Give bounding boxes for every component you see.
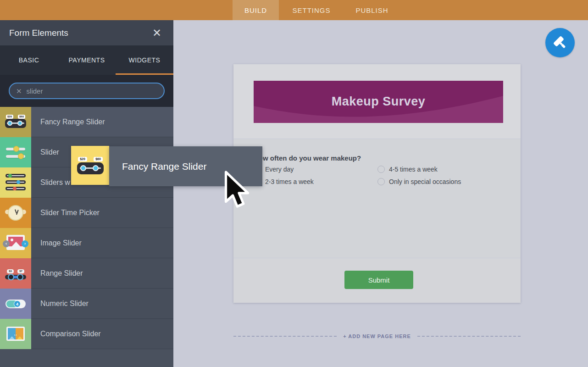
radio-options: Every day 4-5 times a week 2-3 times a w…: [254, 165, 501, 185]
panel-header: Form Elements ✕: [0, 20, 173, 45]
panel-tabs: BASIC PAYMENTS WIDGETS: [0, 45, 173, 75]
search-value: slider: [27, 87, 43, 95]
prev-arrow-icon: ‹: [3, 240, 10, 247]
search-input[interactable]: ✕ slider: [9, 83, 165, 99]
widget-item-range-slider[interactable]: $3 $7 Range Slider: [0, 258, 173, 289]
next-arrow-icon: ›: [22, 240, 28, 247]
widget-item-numeric-slider[interactable]: 4 Numeric Slider: [0, 289, 173, 319]
form-designer-button[interactable]: [545, 28, 575, 57]
widget-list: $20 $60 Fancy Range Slider Slider: [0, 107, 173, 349]
drag-ghost-icon: $20 $60: [71, 146, 109, 185]
add-new-page-row[interactable]: + ADD NEW PAGE HERE: [233, 334, 521, 339]
slider-icon: [0, 137, 31, 167]
range-slider-icon: $3 $7: [0, 258, 31, 289]
form-elements-panel: Form Elements ✕ BASIC PAYMENTS WIDGETS ✕…: [0, 20, 173, 367]
radio-option[interactable]: 4-5 times a week: [377, 165, 501, 173]
drag-ghost-label: Fancy Range Slider: [109, 146, 262, 186]
radio-option-label: Every day: [265, 166, 294, 173]
widget-item-comparison-slider[interactable]: ↔ Comparison Slider: [0, 319, 173, 349]
panel-footer: [0, 349, 173, 367]
widget-item-label: Comparison Slider: [40, 330, 101, 338]
tab-publish[interactable]: PUBLISH: [344, 0, 400, 20]
ghost-max-label: $60: [94, 157, 103, 161]
image-slider-icon: ‹ ›: [0, 228, 31, 258]
dashed-line: [233, 336, 337, 337]
fancy-range-slider-icon: $20 $60: [0, 107, 31, 137]
widget-item-image-slider[interactable]: ‹ › Image Slider: [0, 228, 173, 258]
tab-basic[interactable]: BASIC: [0, 45, 58, 75]
paint-roller-icon: [552, 35, 568, 50]
widget-item-label: Sliders w: [40, 178, 70, 187]
numeric-slider-icon: 4: [0, 289, 31, 319]
question-block[interactable]: How often do you wear makeup? Every day …: [233, 139, 521, 258]
widget-item-label: Slider: [40, 148, 59, 156]
form-title: Makeup Survey: [254, 95, 503, 109]
tab-widgets[interactable]: WIDGETS: [116, 45, 173, 75]
add-new-page-label: + ADD NEW PAGE HERE: [343, 334, 411, 339]
widget-item-label: Numeric Slider: [40, 300, 89, 308]
radio-option[interactable]: 2-3 times a week: [254, 178, 377, 185]
radio-option-label: 2-3 times a week: [265, 178, 314, 185]
search-section: ✕ slider: [0, 75, 173, 107]
form-card: Makeup Survey How often do you wear make…: [233, 64, 521, 303]
form-footer-section: Submit: [233, 258, 521, 302]
radio-button[interactable]: [377, 178, 385, 185]
submit-button[interactable]: Submit: [344, 271, 413, 289]
dashed-line: [417, 336, 521, 337]
radio-option[interactable]: Only in special occasions: [377, 178, 501, 185]
tab-settings[interactable]: SETTINGS: [279, 0, 344, 20]
radio-option-label: 4-5 times a week: [389, 166, 438, 173]
widget-item-label: Image Slider: [40, 239, 82, 247]
widget-item-label: Slider Time Picker: [40, 209, 100, 217]
panel-title: Form Elements: [9, 28, 150, 38]
form-header-section: Makeup Survey: [233, 64, 521, 139]
form-canvas: + ADD YOUR LOGO Makeup Survey How often …: [173, 20, 588, 367]
form-title-banner[interactable]: Makeup Survey: [254, 81, 503, 123]
drag-ghost-text: Fancy Range Slider: [122, 161, 206, 172]
widget-item-label: Fancy Range Slider: [40, 118, 105, 126]
sliders-icon: [0, 167, 31, 198]
question-text: How often do you wear makeup?: [254, 154, 361, 162]
close-icon[interactable]: ✕: [150, 27, 164, 39]
widget-item-label: Range Slider: [40, 269, 83, 278]
radio-button[interactable]: [377, 166, 385, 173]
top-nav-tabs: BUILD SETTINGS PUBLISH: [233, 0, 400, 20]
tab-build[interactable]: BUILD: [233, 0, 279, 20]
clear-search-icon[interactable]: ✕: [16, 88, 22, 95]
widget-item-fancy-range-slider[interactable]: $20 $60 Fancy Range Slider: [0, 107, 173, 137]
widget-item-slider-time-picker[interactable]: Slider Time Picker: [0, 198, 173, 228]
slider-time-picker-icon: [0, 198, 31, 228]
comparison-slider-icon: ↔: [0, 319, 31, 349]
ghost-min-label: $20: [78, 157, 87, 161]
radio-option-label: Only in special occasions: [389, 178, 461, 185]
tab-payments[interactable]: PAYMENTS: [58, 45, 116, 75]
top-navigation-bar: BUILD SETTINGS PUBLISH: [0, 0, 588, 20]
radio-option[interactable]: Every day: [254, 165, 377, 173]
